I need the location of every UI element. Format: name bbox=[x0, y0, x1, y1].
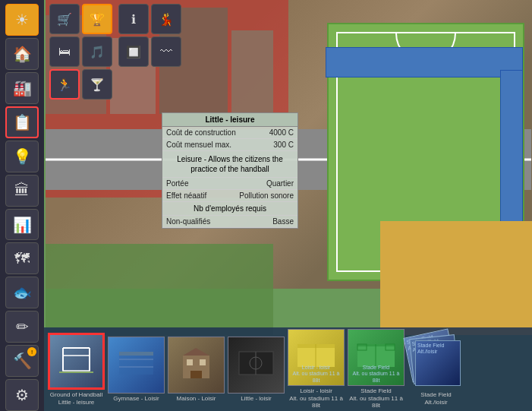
dance-icon: 💃 bbox=[159, 12, 174, 27]
toolbar-btn-leisure2[interactable]: 🏃 bbox=[49, 69, 80, 100]
toolbar-btn-info[interactable]: ℹ bbox=[118, 4, 149, 34]
toolbar-group-main: 🛒 🏆 🛏 🎵 🏃 🍸 bbox=[49, 4, 112, 100]
yellow-field-label-overlay: Loisir - loisirAlt. ou stadium 11 à 88t bbox=[290, 365, 342, 384]
building-4 bbox=[231, 30, 273, 114]
thumb-item-building[interactable]: Maison - Loisir bbox=[168, 337, 225, 403]
construction-cost-value: 4000 C bbox=[269, 128, 294, 137]
grass-area bbox=[46, 244, 273, 335]
unqualified-label: Non-qualifiés bbox=[166, 217, 210, 226]
negative-effect-value: Pollution sonore bbox=[239, 191, 294, 200]
thumb-label-court-dark: Little - loisir bbox=[241, 395, 271, 403]
sidebar-btn-transport[interactable]: 🏛 bbox=[5, 175, 39, 207]
zone-icon: 📊 bbox=[13, 216, 32, 234]
bleachers-top bbox=[326, 47, 523, 77]
negative-effect-label: Effet néaatif bbox=[166, 191, 206, 200]
green-field-label-overlay: Stade FieldAlt. ou stadium 11 à 88t bbox=[350, 365, 402, 384]
person-icon: 🏃 bbox=[57, 77, 72, 92]
thumb-item-pool[interactable]: Gymnase - Loisir bbox=[108, 337, 165, 403]
map-icon: 🗺 bbox=[14, 250, 30, 267]
toolbar-btn-block[interactable]: 🔲 bbox=[118, 36, 149, 67]
sand-area bbox=[380, 221, 532, 335]
notification-badge: ! bbox=[27, 347, 36, 356]
toolbar-btn-cart[interactable]: 🛒 bbox=[49, 4, 80, 34]
thumb-item-yellow[interactable]: Loisir - loisirAlt. ou stadium 11 à 88t … bbox=[288, 329, 345, 409]
info-row-employees: Nb d'employés requis bbox=[162, 202, 297, 216]
sidebar-btn-settings[interactable]: ⚙ bbox=[5, 379, 39, 411]
toolbar-row-1: 🛒 🏆 bbox=[49, 4, 112, 34]
thumb-label-pool: Gymnase - Loisir bbox=[113, 395, 159, 403]
svg-rect-0 bbox=[63, 356, 90, 371]
range-value: Quartier bbox=[266, 179, 294, 188]
thumb-img-handball[interactable] bbox=[48, 333, 105, 390]
sidebar-btn-menu[interactable]: ☀ bbox=[5, 4, 39, 36]
sidebar-btn-utilities[interactable]: 💡 bbox=[5, 141, 39, 172]
thumb-img-yellow[interactable]: Loisir - loisirAlt. ou stadium 11 à 88t bbox=[288, 329, 345, 386]
thumb-img-building[interactable] bbox=[168, 337, 225, 394]
pencil-icon: ✏ bbox=[16, 318, 29, 336]
thumb-label-green: Stade FieldAlt. ou stadium 11 à 88t bbox=[348, 387, 405, 409]
svg-rect-6 bbox=[119, 352, 153, 356]
info-panel: Little - leisure Coût de construction 40… bbox=[162, 112, 298, 229]
range-label: Portée bbox=[166, 179, 188, 188]
trophy-icon: 🏆 bbox=[90, 12, 105, 27]
thumb-label-building: Maison - Loisir bbox=[176, 395, 216, 403]
sidebar-btn-map[interactable]: 🗺 bbox=[5, 242, 39, 274]
transport-icon: 🏛 bbox=[14, 182, 30, 199]
music-icon: 🎵 bbox=[90, 45, 105, 59]
sun-icon: ☀ bbox=[15, 11, 29, 29]
svg-rect-10 bbox=[187, 359, 193, 365]
thumb-label-cards: Stade FieldAlt./loisir bbox=[420, 391, 451, 406]
unqualified-value: Basse bbox=[272, 217, 294, 226]
info-icon: ℹ bbox=[131, 12, 136, 27]
sidebar-btn-zone[interactable]: 📊 bbox=[5, 209, 39, 241]
bed-icon: 🛏 bbox=[58, 45, 71, 58]
thumb-item-court-dark[interactable]: Little - loisir bbox=[228, 337, 285, 403]
toolbar-btn-music[interactable]: 🎵 bbox=[82, 36, 112, 67]
thumb-img-pool[interactable] bbox=[108, 337, 165, 394]
sidebar-btn-draw[interactable]: ✏ bbox=[5, 311, 39, 343]
sidebar-btn-bulldoze[interactable]: 🔨 ! bbox=[5, 345, 39, 377]
thumb-img-green[interactable]: Stade FieldAlt. ou stadium 11 à 88t bbox=[348, 329, 405, 386]
toolbar-btn-cocktail[interactable]: 🍸 bbox=[82, 69, 112, 100]
thumb-item-cards[interactable]: Stade FieldAlt./loisir Stade FieldAlt./l… bbox=[408, 333, 464, 406]
thumb-label-yellow: Loisir - loisirAlt. ou stadium 11 à 88t bbox=[288, 387, 345, 409]
fish-icon: 🐟 bbox=[13, 283, 32, 302]
toolbar-btn-person[interactable]: 💃 bbox=[151, 4, 181, 34]
bottom-thumbnail-bar: Ground of HandballLittle - leisure Gymna… bbox=[44, 327, 532, 411]
cart-icon: 🛒 bbox=[57, 12, 72, 27]
sidebar-btn-leisure[interactable]: 📋 bbox=[5, 106, 39, 138]
thumb-label-handball: Ground of HandballLittle - leisure bbox=[50, 391, 102, 406]
toolbar-row-3: 🏃 🍸 bbox=[49, 69, 112, 100]
sidebar-btn-fish[interactable]: 🐟 bbox=[5, 277, 39, 308]
handball-preview-svg bbox=[55, 340, 97, 382]
thumb-item-handball[interactable]: Ground of HandballLittle - leisure bbox=[48, 333, 105, 406]
toolbar-group-secondary: ℹ 💃 🔲 〰 bbox=[118, 4, 181, 100]
svg-rect-11 bbox=[200, 359, 206, 365]
sidebar-btn-industry[interactable]: 🏭 bbox=[5, 72, 39, 104]
settings-icon: ⚙ bbox=[15, 386, 29, 404]
toolbar-row-s1: ℹ 💃 bbox=[118, 4, 181, 34]
toolbar-btn-bed[interactable]: 🛏 bbox=[49, 36, 80, 67]
block-icon: 🔲 bbox=[126, 45, 141, 59]
leisure-icon: 📋 bbox=[13, 113, 32, 131]
bleachers-side bbox=[500, 70, 523, 222]
stack-card-3-text: Stade FieldAlt./loisir bbox=[416, 341, 460, 357]
sidebar: ☀ 🏠 🏭 📋 💡 🏛 📊 🗺 🐟 ✏ 🔨 ! ⚙ bbox=[0, 0, 44, 411]
toolbar-row-s2: 🔲 〰 bbox=[118, 36, 181, 67]
thumb-img-court-dark[interactable] bbox=[228, 337, 285, 394]
building-preview-svg bbox=[175, 344, 217, 386]
utilities-icon: 💡 bbox=[13, 147, 32, 166]
court-dark-preview-svg bbox=[235, 344, 277, 386]
toolbar-btn-trophy[interactable]: 🏆 bbox=[82, 4, 112, 34]
thumb-stack-container[interactable]: Stade FieldAlt./loisir Stade FieldAlt./l… bbox=[408, 333, 464, 390]
info-row-negative-effect: Effet néaatif Pollution sonore bbox=[162, 190, 297, 202]
info-description: Leisure - Allows the citizens the practi… bbox=[162, 151, 297, 178]
monthly-cost-value: 300 C bbox=[273, 141, 294, 149]
toolbar-btn-wave[interactable]: 〰 bbox=[151, 36, 181, 67]
cocktail-icon: 🍸 bbox=[90, 77, 105, 92]
info-row-range: Portée Quartier bbox=[162, 178, 297, 190]
sidebar-btn-home[interactable]: 🏠 bbox=[5, 38, 39, 70]
thumb-item-green[interactable]: Stade FieldAlt. ou stadium 11 à 88t Stad… bbox=[348, 329, 405, 409]
info-panel-title: Little - leisure bbox=[162, 113, 297, 127]
wave-icon: 〰 bbox=[160, 45, 172, 58]
